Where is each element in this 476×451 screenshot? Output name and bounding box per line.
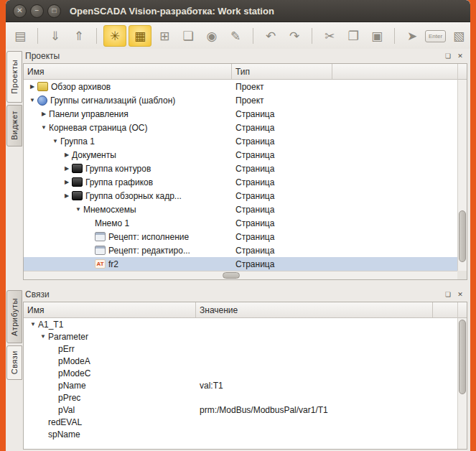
tree-row[interactable]: ▼Группы сигнализаций (шаблон)Проект (24, 93, 457, 107)
widget-library-icon[interactable]: ❏ (177, 26, 199, 46)
tab-links[interactable]: Связи (6, 345, 22, 380)
expand-icon[interactable]: ▶ (62, 152, 72, 158)
tree-row[interactable]: ▼A1_T1 (24, 318, 457, 330)
run-project-icon[interactable]: ▦ (129, 25, 151, 47)
undo-icon[interactable]: ↶ (260, 26, 281, 46)
enter-key-icon[interactable]: Enter (425, 30, 446, 42)
row-name: pName (58, 381, 86, 391)
tree-row[interactable]: ▶ДокументыСтраница (24, 148, 457, 162)
row-value: prm:/ModBus/ModbusPal/var1/T1 (196, 405, 457, 415)
tree-row[interactable]: ATfr2Страница (24, 257, 457, 271)
window-titlebar[interactable]: ✕−□ OpenSCADA Vision-разработка: Work st… (6, 0, 470, 22)
indent-spacer (24, 385, 48, 386)
tree-row[interactable]: redEVAL (24, 416, 457, 428)
row-type: Страница (232, 177, 457, 187)
links-grid: ИмяЗначение ▼A1_T1▼ParameterpErrpModeApM… (23, 302, 467, 450)
tree-row[interactable]: ▼Корневая страница (ОС)Страница (24, 121, 457, 134)
tree-row[interactable]: Мнемо 1Страница (24, 216, 457, 230)
tree-row[interactable]: pPrec (24, 391, 457, 404)
row-name: A1_T1 (38, 320, 63, 330)
horizontal-scrollbar[interactable] (24, 271, 457, 279)
paste-icon[interactable]: ▣ (366, 26, 388, 46)
column-header[interactable]: Значение (196, 302, 433, 317)
indent-spacer (24, 182, 62, 182)
tree-row[interactable]: pErr (24, 343, 457, 355)
print-icon[interactable]: ▤ (9, 26, 31, 46)
float-button[interactable]: ❏ (443, 51, 453, 61)
tree-row[interactable]: pModeC (24, 367, 457, 379)
tree-row[interactable]: pModeA (24, 355, 457, 367)
save-to-db-icon[interactable]: ⇑ (68, 26, 90, 46)
cut-icon[interactable]: ✂ (319, 26, 340, 46)
row-name: Документы (72, 150, 116, 160)
row-name: pModeA (58, 356, 90, 366)
tree-row[interactable]: ▼Parameter (24, 330, 457, 343)
indent-spacer (24, 409, 48, 410)
view-widget-icon[interactable]: ◉ (201, 26, 223, 46)
row-type: Страница (232, 205, 457, 215)
column-header[interactable]: Имя (24, 302, 196, 317)
indent-spacer (24, 348, 48, 349)
tree-row[interactable]: ▼МнемосхемыСтраница (24, 203, 457, 216)
tree-row[interactable]: pValprm:/ModBus/ModbusPal/var1/T1 (24, 404, 457, 416)
tab-widget[interactable]: Виджет (6, 105, 22, 147)
load-from-db-icon[interactable]: ⇓ (45, 26, 66, 46)
widget-levels-icon[interactable]: ▧ (448, 26, 470, 46)
links-panel-titlebar[interactable]: Связи ❏✕ (22, 287, 469, 302)
collapse-icon[interactable]: ▼ (39, 124, 49, 131)
tree-row[interactable]: ▼Группа 1Страница (24, 134, 457, 148)
darkbox-icon (72, 177, 83, 187)
tree-row[interactable]: ▶Группа контуровСтраница (24, 162, 457, 175)
tree-row[interactable]: ▶Обзор архивовПроект (24, 80, 457, 93)
copy-icon[interactable]: ❐ (342, 26, 364, 46)
toolbar-separator (253, 28, 253, 44)
column-header[interactable]: Тип (232, 64, 332, 79)
tree-row[interactable]: ▶Группа графиковСтраница (24, 175, 457, 189)
close-button[interactable]: ✕ (455, 51, 465, 61)
edit-widget-icon[interactable]: ✎ (225, 26, 246, 46)
close-button[interactable]: ✕ (13, 4, 27, 18)
maximize-button[interactable]: □ (47, 4, 61, 18)
projects-panel-title: Проекты (25, 51, 60, 61)
collapse-icon[interactable]: ▼ (50, 138, 60, 144)
minimize-button[interactable]: − (30, 4, 44, 18)
collapse-icon[interactable]: ▼ (38, 333, 48, 340)
tab-projects[interactable]: Проекты (6, 51, 22, 103)
collapse-icon[interactable]: ▼ (73, 206, 83, 213)
tree-row[interactable]: Рецепт: исполнениеСтраница (24, 230, 457, 243)
collapse-icon[interactable]: ▼ (27, 97, 37, 103)
projects-panel-titlebar[interactable]: Проекты ❏✕ (22, 49, 469, 63)
indent-spacer (24, 127, 39, 128)
add-widget-icon[interactable]: ⊞ (154, 26, 175, 46)
projects-panel: Проекты ❏✕ ИмяТип ▶Обзор архивовПроект▼Г… (22, 49, 469, 282)
tree-row[interactable]: pNameval:T1 (24, 379, 457, 391)
select-mode-icon[interactable]: ➤ (401, 26, 423, 46)
tree-row[interactable]: spName (24, 428, 457, 440)
tree-row[interactable]: Рецепт: редактиро...Страница (24, 243, 457, 257)
redo-icon[interactable]: ↷ (284, 26, 305, 46)
tab-attributes[interactable]: Атрибуты (6, 290, 22, 343)
expand-icon[interactable]: ▶ (39, 111, 49, 117)
column-header[interactable]: Имя (24, 64, 232, 79)
tree-row[interactable]: ▶Панели управленияСтраница (24, 107, 457, 121)
indent-spacer (24, 168, 62, 169)
expand-icon[interactable]: ▶ (62, 179, 72, 185)
collapse-icon[interactable]: ▼ (28, 321, 38, 327)
row-name: Рецепт: редактиро... (108, 246, 190, 256)
vertical-scrollbar[interactable] (457, 80, 467, 271)
expand-icon[interactable]: ▶ (27, 83, 37, 90)
indent-spacer (24, 397, 48, 398)
indent-spacer (24, 113, 39, 114)
row-type: Страница (232, 123, 457, 133)
float-button[interactable]: ❏ (443, 289, 453, 299)
run-widget-icon[interactable]: ✳ (103, 25, 126, 47)
expand-icon[interactable]: ▶ (62, 165, 72, 172)
close-button[interactable]: ✕ (455, 289, 465, 299)
vertical-scrollbar[interactable] (457, 318, 467, 449)
row-name: Обзор архивов (51, 82, 111, 92)
tree-row[interactable]: ▶Группа обзорных кадр...Страница (24, 189, 457, 203)
scrollbar-thumb[interactable] (223, 272, 240, 279)
scrollbar-thumb[interactable] (459, 320, 466, 394)
scrollbar-thumb[interactable] (459, 210, 466, 262)
expand-icon[interactable]: ▶ (62, 192, 72, 199)
